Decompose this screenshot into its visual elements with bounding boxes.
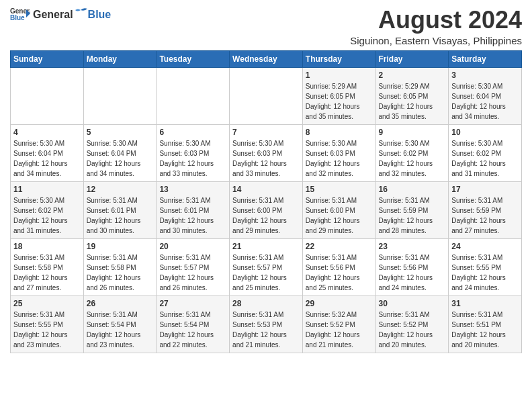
day-info: Sunrise: 5:31 AM Sunset: 5:59 PM Dayligh…	[451, 197, 506, 234]
calendar-day-cell: 12 Sunrise: 5:31 AM Sunset: 6:01 PM Dayl…	[83, 181, 157, 238]
day-of-week-header: Saturday	[449, 50, 522, 67]
calendar-day-cell: 15 Sunrise: 5:31 AM Sunset: 6:00 PM Dayl…	[302, 181, 375, 238]
day-info: Sunrise: 5:31 AM Sunset: 6:01 PM Dayligh…	[159, 197, 214, 234]
calendar-day-cell: 7 Sunrise: 5:30 AM Sunset: 6:03 PM Dayli…	[230, 124, 303, 181]
calendar-day-cell: 10 Sunrise: 5:30 AM Sunset: 6:02 PM Dayl…	[449, 124, 522, 181]
calendar-day-cell: 1 Sunrise: 5:29 AM Sunset: 6:05 PM Dayli…	[302, 67, 375, 124]
day-info: Sunrise: 5:31 AM Sunset: 5:54 PM Dayligh…	[159, 311, 214, 349]
day-number: 8	[306, 128, 373, 137]
calendar-day-cell: 11 Sunrise: 5:30 AM Sunset: 6:02 PM Dayl…	[11, 181, 84, 238]
day-of-week-header: Wednesday	[230, 50, 303, 67]
day-info: Sunrise: 5:30 AM Sunset: 6:04 PM Dayligh…	[13, 140, 68, 177]
calendar-day-cell: 19 Sunrise: 5:31 AM Sunset: 5:58 PM Dayl…	[83, 238, 157, 295]
location-subtitle: Siguinon, Eastern Visayas, Philippines	[350, 35, 522, 46]
day-number: 9	[379, 128, 446, 137]
day-info: Sunrise: 5:31 AM Sunset: 6:00 PM Dayligh…	[306, 197, 360, 234]
day-number: 27	[159, 299, 226, 308]
calendar-day-cell: 18 Sunrise: 5:31 AM Sunset: 5:58 PM Dayl…	[11, 238, 84, 295]
day-number: 25	[13, 299, 81, 308]
calendar-day-cell: 20 Sunrise: 5:31 AM Sunset: 5:57 PM Dayl…	[157, 238, 230, 295]
calendar-day-cell: 8 Sunrise: 5:30 AM Sunset: 6:03 PM Dayli…	[302, 124, 375, 181]
day-number: 19	[87, 242, 154, 251]
day-number: 31	[451, 299, 519, 308]
day-number: 23	[379, 242, 446, 251]
day-number: 29	[306, 299, 373, 308]
day-info: Sunrise: 5:31 AM Sunset: 6:00 PM Dayligh…	[232, 197, 287, 234]
logo: General Blue General Blue	[10, 7, 111, 21]
day-number: 20	[159, 242, 226, 251]
calendar-week-row: 4 Sunrise: 5:30 AM Sunset: 6:04 PM Dayli…	[11, 124, 522, 181]
day-number: 11	[13, 185, 81, 194]
day-info: Sunrise: 5:30 AM Sunset: 6:02 PM Dayligh…	[13, 197, 68, 234]
day-info: Sunrise: 5:31 AM Sunset: 5:52 PM Dayligh…	[379, 311, 433, 349]
day-of-week-header: Monday	[83, 50, 157, 67]
day-number: 16	[379, 185, 446, 194]
calendar-day-cell: 21 Sunrise: 5:31 AM Sunset: 5:57 PM Dayl…	[230, 238, 303, 295]
day-number: 15	[306, 185, 373, 194]
calendar-day-cell: 14 Sunrise: 5:31 AM Sunset: 6:00 PM Dayl…	[230, 181, 303, 238]
day-info: Sunrise: 5:31 AM Sunset: 5:54 PM Dayligh…	[87, 311, 141, 349]
day-number: 17	[451, 185, 519, 194]
day-info: Sunrise: 5:30 AM Sunset: 6:03 PM Dayligh…	[159, 140, 214, 177]
calendar-day-cell	[230, 67, 303, 124]
day-of-week-header: Sunday	[11, 50, 84, 67]
calendar-day-cell: 16 Sunrise: 5:31 AM Sunset: 5:59 PM Dayl…	[375, 181, 449, 238]
day-number: 10	[451, 128, 519, 137]
calendar-day-cell	[11, 67, 84, 124]
logo-bird-icon	[74, 7, 87, 18]
calendar-day-cell	[83, 67, 157, 124]
calendar-day-cell: 25 Sunrise: 5:31 AM Sunset: 5:55 PM Dayl…	[11, 295, 84, 353]
calendar-day-cell: 24 Sunrise: 5:31 AM Sunset: 5:55 PM Dayl…	[449, 238, 522, 295]
svg-text:Blue: Blue	[10, 14, 25, 21]
day-number: 2	[379, 71, 446, 80]
day-info: Sunrise: 5:31 AM Sunset: 5:55 PM Dayligh…	[13, 311, 68, 349]
calendar-day-cell: 5 Sunrise: 5:30 AM Sunset: 6:04 PM Dayli…	[83, 124, 157, 181]
calendar-week-row: 25 Sunrise: 5:31 AM Sunset: 5:55 PM Dayl…	[11, 295, 522, 353]
calendar-day-cell: 4 Sunrise: 5:30 AM Sunset: 6:04 PM Dayli…	[11, 124, 84, 181]
day-number: 28	[232, 299, 300, 308]
day-number: 1	[306, 71, 373, 80]
calendar-day-cell: 17 Sunrise: 5:31 AM Sunset: 5:59 PM Dayl…	[449, 181, 522, 238]
calendar-day-cell: 23 Sunrise: 5:31 AM Sunset: 5:56 PM Dayl…	[375, 238, 449, 295]
calendar-week-row: 18 Sunrise: 5:31 AM Sunset: 5:58 PM Dayl…	[11, 238, 522, 295]
day-number: 12	[87, 185, 154, 194]
day-number: 18	[13, 242, 81, 251]
month-year-title: August 2024	[350, 7, 522, 34]
logo-icon: General Blue	[10, 7, 30, 21]
day-info: Sunrise: 5:32 AM Sunset: 5:52 PM Dayligh…	[306, 311, 360, 349]
calendar-day-cell: 22 Sunrise: 5:31 AM Sunset: 5:56 PM Dayl…	[302, 238, 375, 295]
day-of-week-header: Friday	[375, 50, 449, 67]
calendar-day-cell: 27 Sunrise: 5:31 AM Sunset: 5:54 PM Dayl…	[157, 295, 230, 353]
day-info: Sunrise: 5:30 AM Sunset: 6:02 PM Dayligh…	[451, 140, 506, 177]
calendar-week-row: 1 Sunrise: 5:29 AM Sunset: 6:05 PM Dayli…	[11, 67, 522, 124]
day-info: Sunrise: 5:31 AM Sunset: 6:01 PM Dayligh…	[87, 197, 141, 234]
day-number: 30	[379, 299, 446, 308]
day-number: 21	[232, 242, 300, 251]
day-number: 5	[87, 128, 154, 137]
day-info: Sunrise: 5:31 AM Sunset: 5:56 PM Dayligh…	[379, 254, 433, 291]
calendar-table: SundayMondayTuesdayWednesdayThursdayFrid…	[10, 50, 522, 353]
day-number: 14	[232, 185, 300, 194]
day-info: Sunrise: 5:31 AM Sunset: 5:57 PM Dayligh…	[232, 254, 287, 291]
day-number: 6	[159, 128, 226, 137]
logo-text-general: General	[33, 9, 73, 21]
day-info: Sunrise: 5:29 AM Sunset: 6:05 PM Dayligh…	[379, 83, 433, 120]
calendar-day-cell: 29 Sunrise: 5:32 AM Sunset: 5:52 PM Dayl…	[302, 295, 375, 353]
day-number: 13	[159, 185, 226, 194]
day-info: Sunrise: 5:31 AM Sunset: 5:59 PM Dayligh…	[379, 197, 433, 234]
day-of-week-header: Thursday	[302, 50, 375, 67]
title-area: August 2024 Siguinon, Eastern Visayas, P…	[350, 7, 522, 46]
day-info: Sunrise: 5:30 AM Sunset: 6:02 PM Dayligh…	[379, 140, 433, 177]
day-info: Sunrise: 5:29 AM Sunset: 6:05 PM Dayligh…	[306, 83, 360, 120]
day-info: Sunrise: 5:31 AM Sunset: 5:56 PM Dayligh…	[306, 254, 360, 291]
calendar-day-cell: 2 Sunrise: 5:29 AM Sunset: 6:05 PM Dayli…	[375, 67, 449, 124]
day-info: Sunrise: 5:31 AM Sunset: 5:51 PM Dayligh…	[451, 311, 506, 349]
calendar-day-cell: 30 Sunrise: 5:31 AM Sunset: 5:52 PM Dayl…	[375, 295, 449, 353]
day-info: Sunrise: 5:30 AM Sunset: 6:04 PM Dayligh…	[451, 83, 506, 120]
day-info: Sunrise: 5:31 AM Sunset: 5:58 PM Dayligh…	[13, 254, 68, 291]
day-number: 22	[306, 242, 373, 251]
day-info: Sunrise: 5:31 AM Sunset: 5:55 PM Dayligh…	[451, 254, 506, 291]
day-number: 24	[451, 242, 519, 251]
calendar-header-row: SundayMondayTuesdayWednesdayThursdayFrid…	[11, 50, 522, 67]
calendar-day-cell: 9 Sunrise: 5:30 AM Sunset: 6:02 PM Dayli…	[375, 124, 449, 181]
